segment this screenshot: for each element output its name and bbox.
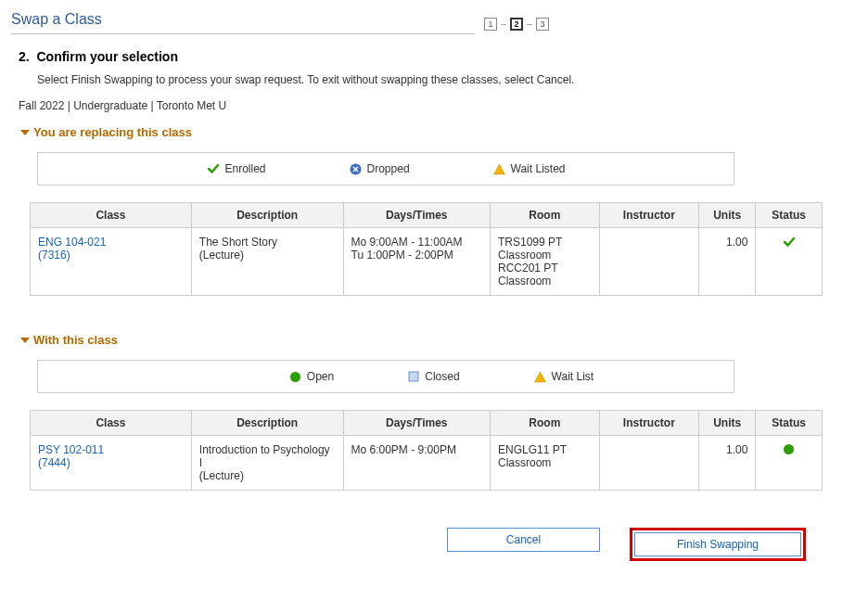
page-title: Swap a Class [11,11,475,34]
cancel-button[interactable]: Cancel [447,528,600,552]
units-cell: 1.00 [699,436,756,491]
col-units: Units [699,203,756,228]
chevron-down-icon [20,338,30,343]
svg-marker-4 [534,372,545,382]
col-instructor: Instructor [599,203,698,228]
col-units: Units [699,411,756,436]
legend-waitlist-label: Wait List [552,370,594,383]
dropped-icon [350,163,362,175]
section-number: 2. [19,49,30,64]
replacing-header-label: You are replacing this class [33,125,192,139]
class-link[interactable]: ENG 104-021 [38,236,106,249]
open-icon [783,443,795,455]
col-class: Class [31,411,192,436]
section-title: Confirm your selection [36,49,177,64]
days-times-1: Mo 6:00PM - 9:00PM [351,443,456,456]
class-desc-type: (Lecture) [199,469,244,482]
instructions-text: Select Finish Swapping to process your s… [37,73,612,86]
instructor-cell [599,436,698,491]
waitlist-icon [534,371,546,383]
step-1: 1 [484,18,497,31]
step-separator [527,24,532,25]
units-cell: 1.00 [699,228,756,296]
availability-legend: Open Closed Wait List [37,360,734,393]
enrolled-icon [207,162,220,175]
col-description: Description [191,203,343,228]
svg-marker-1 [493,164,504,174]
table-row: ENG 104-021 (7316) The Short Story (Lect… [31,228,823,296]
chevron-down-icon [20,130,30,135]
with-class-header-label: With this class [33,333,118,347]
svg-point-2 [290,372,300,382]
col-days-times: Days/Times [343,203,491,228]
legend-waitlisted-label: Wait Listed [511,162,566,175]
class-desc-title: The Short Story [199,236,277,249]
step-separator [501,24,506,25]
col-description: Description [191,411,343,436]
class-desc-title: Introduction to Psychology I [199,443,330,469]
days-times-1: Mo 9:00AM - 11:00AM [351,236,463,249]
enroll-status-legend: Enrolled Dropped Wait Listed [37,152,734,185]
class-link[interactable]: PSY 102-011 [38,443,104,456]
days-times-2: Tu 1:00PM - 2:00PM [351,249,453,262]
col-room: Room [491,203,600,228]
room-2: RCC201 PT Classroom [498,262,557,287]
class-nbr-link[interactable]: (7444) [38,456,70,469]
finish-swapping-button[interactable]: Finish Swapping [634,532,801,556]
open-icon [289,371,301,383]
waitlisted-icon [493,163,505,175]
section-heading: 2. Confirm your selection [19,49,857,64]
legend-enrolled-label: Enrolled [225,162,266,175]
table-header-row: Class Description Days/Times Room Instru… [31,203,823,228]
status-cell [756,228,823,296]
stepper: 1 2 3 [484,18,857,31]
with-class-collapse-header[interactable]: With this class [20,333,857,347]
replacing-collapse-header[interactable]: You are replacing this class [20,125,857,139]
legend-dropped-label: Dropped [367,162,410,175]
term-line: Fall 2022 | Undergraduate | Toronto Met … [19,99,857,112]
status-cell [756,436,823,491]
finish-swapping-highlight: Finish Swapping [630,528,806,561]
closed-icon [408,371,419,382]
action-button-row: Cancel Finish Swapping [447,528,857,561]
legend-closed-label: Closed [425,370,459,383]
table-row: PSY 102-011 (7444) Introduction to Psych… [31,436,823,491]
with-class-table: Class Description Days/Times Room Instru… [30,410,823,491]
class-nbr-link[interactable]: (7316) [38,249,70,262]
replacing-class-table: Class Description Days/Times Room Instru… [30,202,823,296]
col-instructor: Instructor [599,411,698,436]
room-1: TRS1099 PT Classroom [498,236,562,262]
svg-point-5 [784,444,794,454]
col-room: Room [491,411,600,436]
step-2: 2 [510,18,523,31]
col-status: Status [756,203,823,228]
step-3: 3 [536,18,549,31]
legend-open-label: Open [307,370,334,383]
enrolled-icon [783,236,796,249]
svg-rect-3 [409,372,418,381]
instructor-cell [599,228,698,296]
col-class: Class [31,203,192,228]
class-desc-type: (Lecture) [199,249,244,262]
room-1: ENGLG11 PT Classroom [498,443,567,469]
table-header-row: Class Description Days/Times Room Instru… [31,411,823,436]
col-status: Status [756,411,823,436]
col-days-times: Days/Times [343,411,491,436]
